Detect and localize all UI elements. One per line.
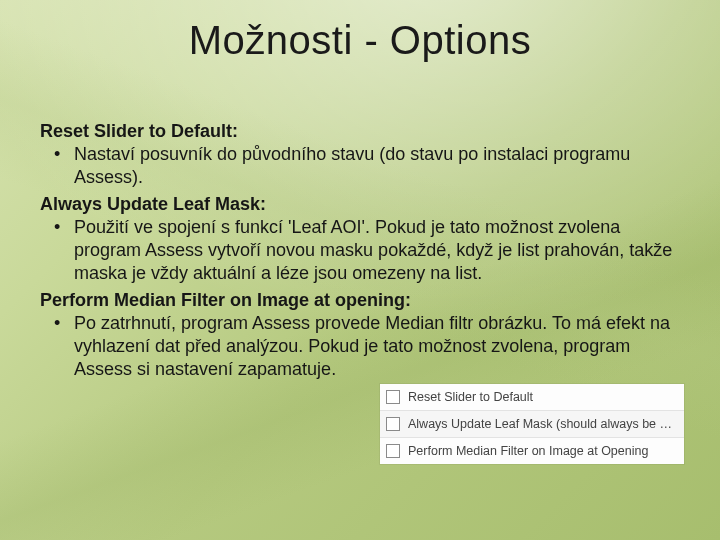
section-heading-reset: Reset Slider to Default:	[40, 120, 680, 143]
section-heading-leafmask: Always Update Leaf Mask:	[40, 193, 680, 216]
checkbox-icon[interactable]	[386, 444, 400, 458]
bullet-item: Po zatrhnutí, program Assess provede Med…	[40, 312, 680, 381]
slide-body: Reset Slider to Default: Nastaví posuvní…	[40, 118, 680, 385]
checkbox-icon[interactable]	[386, 390, 400, 404]
slide: Možnosti - Options Reset Slider to Defau…	[0, 0, 720, 540]
bullet-list: Použití ve spojení s funkcí 'Leaf AOI'. …	[40, 216, 680, 285]
option-row-leafmask[interactable]: Always Update Leaf Mask (should always b…	[380, 410, 684, 437]
bullet-list: Po zatrhnutí, program Assess provede Med…	[40, 312, 680, 381]
option-label: Reset Slider to Default	[408, 390, 533, 404]
checkbox-icon[interactable]	[386, 417, 400, 431]
slide-title: Možnosti - Options	[0, 18, 720, 63]
option-label: Always Update Leaf Mask (should always b…	[408, 417, 676, 431]
bullet-item: Použití ve spojení s funkcí 'Leaf AOI'. …	[40, 216, 680, 285]
option-row-reset[interactable]: Reset Slider to Default	[380, 384, 684, 410]
option-label: Perform Median Filter on Image at Openin…	[408, 444, 648, 458]
section-heading-median: Perform Median Filter on Image at openin…	[40, 289, 680, 312]
option-row-median[interactable]: Perform Median Filter on Image at Openin…	[380, 437, 684, 464]
bullet-item: Nastaví posuvník do původního stavu (do …	[40, 143, 680, 189]
options-panel: Reset Slider to Default Always Update Le…	[380, 384, 684, 464]
bullet-list: Nastaví posuvník do původního stavu (do …	[40, 143, 680, 189]
